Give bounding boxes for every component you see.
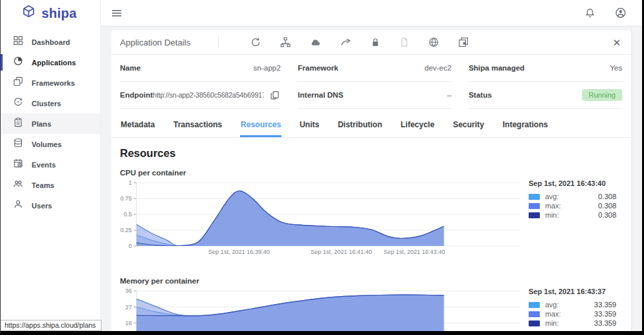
cpu-chart-legend: Sep 1st, 2021 16:43:40 avg: 0.308 max: 0… — [529, 179, 616, 220]
hamburger-menu-button[interactable] — [110, 7, 123, 19]
sidebar-item-plans[interactable]: Plans — [1, 113, 100, 134]
events-icon — [13, 158, 23, 171]
file-icon[interactable] — [398, 36, 411, 49]
sidebar-item-frameworks[interactable]: Frameworks — [1, 73, 100, 93]
sidebar-item-label: Users — [32, 202, 52, 210]
field-label: Internal DNS — [298, 91, 343, 99]
clone-icon[interactable] — [457, 36, 470, 49]
memory-chart-block: Memory per container 09182736 Sep 1st, 2… — [120, 276, 622, 335]
status-badge: Running — [582, 89, 622, 101]
refresh-icon[interactable] — [249, 36, 262, 49]
panel-title: Application Details — [120, 38, 190, 47]
account-avatar-icon[interactable] — [614, 6, 628, 20]
tab-units[interactable]: Units — [299, 119, 320, 137]
sidebar-item-label: Plans — [32, 120, 51, 128]
legend-row-avg: avg: 33.359 — [529, 301, 616, 309]
section-heading: Resources — [120, 147, 622, 160]
sidebar-item-volumes[interactable]: Volumes — [1, 134, 100, 154]
avg-swatch — [529, 302, 540, 308]
sidebar-item-teams[interactable]: Teams — [1, 175, 100, 195]
sidebar-item-label: Dashboard — [32, 38, 70, 46]
shipa-cube-icon — [20, 4, 37, 23]
sidebar-item-label: Clusters — [32, 100, 61, 107]
resources-section: Resources CPU per container 00.250.50.75… — [111, 138, 631, 335]
vertical-scrollbar[interactable] — [631, 26, 642, 331]
sidebar-item-events[interactable]: Events — [1, 154, 100, 175]
brand-logo[interactable]: shipa — [1, 0, 100, 26]
max-swatch — [529, 311, 540, 317]
sidebar-item-label: Events — [32, 161, 56, 169]
memory-area-chart[interactable]: 09182736 — [120, 287, 529, 335]
tab-distribution[interactable]: Distribution — [337, 119, 382, 137]
svg-text:Sep 1st, 2021 16:43:40: Sep 1st, 2021 16:43:40 — [384, 249, 445, 255]
cloud-icon[interactable] — [308, 36, 322, 49]
globe-icon[interactable] — [427, 36, 440, 49]
promote-arrow-icon[interactable] — [339, 36, 353, 49]
max-swatch — [529, 203, 540, 209]
sidebar: shipa Dashboard Applications Frameworks … — [1, 0, 101, 331]
tab-integrations[interactable]: Integrations — [502, 119, 548, 137]
close-panel-button[interactable]: ✕ — [611, 36, 622, 49]
tab-lifecycle[interactable]: Lifecycle — [400, 119, 435, 137]
field-endpoint: Endpoint http://sn-app2-38560c5682a54b69… — [120, 82, 281, 109]
brand-name: shipa — [42, 6, 76, 21]
header-separator — [218, 36, 219, 48]
field-framework: Framework dev-ec2 — [298, 55, 452, 82]
svg-text:18: 18 — [125, 320, 132, 326]
cpu-chart-title: CPU per container — [120, 168, 622, 177]
applications-icon — [13, 56, 23, 69]
sidebar-item-applications[interactable]: Applications — [1, 52, 100, 73]
svg-text:Sep 1st, 2021 16:39:40: Sep 1st, 2021 16:39:40 — [208, 249, 270, 255]
tab-security[interactable]: Security — [452, 119, 484, 137]
memory-chart-legend: Sep 1st, 2021 16:43:37 avg: 33.359 max: … — [529, 287, 616, 328]
dashboard-icon — [13, 36, 23, 48]
cpu-chart-block: CPU per container 00.250.50.751Sep 1st, … — [120, 168, 622, 257]
sidebar-item-label: Frameworks — [32, 79, 75, 87]
svg-text:0.5: 0.5 — [123, 211, 132, 218]
sidebar-item-users[interactable]: Users — [1, 195, 100, 216]
sitemap-icon[interactable] — [279, 36, 292, 49]
legend-row-max: max: 33.359 — [529, 310, 616, 318]
svg-text:Sep 1st, 2021 16:41:40: Sep 1st, 2021 16:41:40 — [310, 249, 372, 255]
tab-transactions[interactable]: Transactions — [173, 119, 223, 137]
field-value: Yes — [610, 64, 622, 72]
svg-text:1: 1 — [129, 179, 132, 186]
legend-row-max: max: 0.308 — [529, 202, 616, 210]
copy-endpoint-icon[interactable] — [269, 89, 281, 102]
field-label: Name — [120, 64, 140, 72]
memory-chart-title: Memory per container — [120, 276, 622, 286]
min-swatch — [529, 212, 540, 218]
sidebar-item-dashboard[interactable]: Dashboard — [1, 32, 100, 52]
lock-icon[interactable] — [369, 36, 382, 49]
field-label: Endpoint — [120, 91, 153, 99]
field-label: Shipa managed — [469, 64, 525, 72]
tab-resources[interactable]: Resources — [240, 119, 281, 137]
min-swatch — [529, 320, 540, 326]
sidebar-item-label: Teams — [32, 181, 55, 189]
clusters-icon — [13, 97, 23, 109]
notifications-bell-icon[interactable] — [583, 7, 597, 20]
tab-metadata[interactable]: Metadata — [120, 119, 156, 137]
detail-fields: Name sn-app2 Framework dev-ec2 Shipa man… — [111, 55, 631, 109]
field-label: Status — [469, 91, 492, 99]
svg-text:0: 0 — [129, 243, 132, 249]
sidebar-nav: Dashboard Applications Frameworks Cluste… — [1, 32, 100, 216]
cpu-area-chart[interactable]: 00.250.50.751Sep 1st, 2021 16:39:40Sep 1… — [120, 179, 529, 257]
application-details-panel: Application Details ✕ Name — [111, 30, 631, 335]
legend-row-avg: avg: 0.308 — [529, 193, 616, 200]
legend-timestamp: Sep 1st, 2021 16:43:40 — [529, 179, 616, 187]
field-internal-dns: Internal DNS – — [298, 82, 452, 109]
plans-icon — [13, 117, 23, 130]
sidebar-item-label: Applications — [32, 59, 76, 67]
svg-text:27: 27 — [125, 304, 132, 311]
legend-row-min: min: 33.359 — [529, 319, 616, 327]
field-value: – — [448, 91, 452, 99]
main-content: Application Details ✕ Name — [101, 26, 642, 331]
sidebar-item-clusters[interactable]: Clusters — [1, 93, 100, 113]
panel-header: Application Details ✕ — [111, 30, 631, 55]
field-status: Status Running — [469, 82, 622, 109]
field-value: dev-ec2 — [424, 64, 452, 72]
field-value: sn-app2 — [253, 64, 281, 72]
field-shipa-managed: Shipa managed Yes — [469, 55, 622, 82]
field-label: Framework — [298, 64, 338, 72]
